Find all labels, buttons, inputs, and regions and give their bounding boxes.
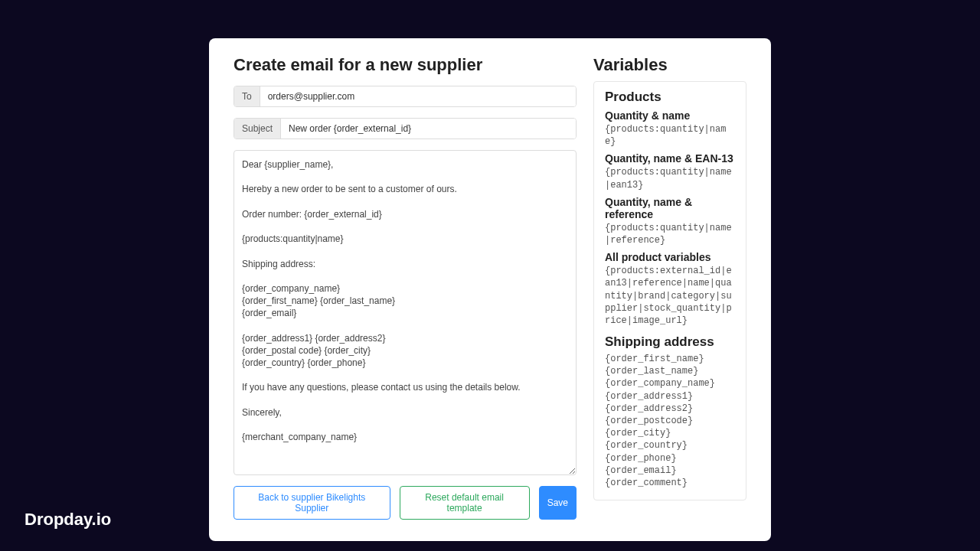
form-column: Create email for a new supplier To Subje… — [234, 55, 577, 520]
body-textarea[interactable] — [234, 150, 577, 475]
button-row: Back to supplier Bikelights Supplier Res… — [234, 486, 577, 520]
brand-logo: Dropday.io — [24, 510, 111, 530]
subject-field-row: Subject — [234, 118, 577, 139]
variables-panel: Products Quantity & name {products:quant… — [593, 81, 746, 500]
qne-label: Quantity, name & EAN-13 — [605, 152, 735, 165]
products-heading: Products — [605, 90, 735, 105]
page-title: Create email for a new supplier — [234, 55, 577, 75]
variables-column: Variables Products Quantity & name {prod… — [593, 55, 746, 520]
subject-label: Subject — [234, 119, 281, 139]
qnr-code[interactable]: {products:quantity|name|reference} — [605, 222, 735, 246]
shipping-code[interactable]: {order_first_name} {order_last_name} {or… — [605, 353, 735, 489]
to-field-row: To — [234, 86, 577, 107]
all-label: All product variables — [605, 251, 735, 263]
save-button[interactable]: Save — [539, 486, 577, 520]
all-code[interactable]: {products:external_id|ean13|reference|na… — [605, 265, 735, 327]
reset-button[interactable]: Reset default email template — [400, 486, 530, 520]
to-input[interactable] — [260, 86, 576, 106]
qnr-label: Quantity, name & reference — [605, 196, 735, 220]
variables-title: Variables — [593, 55, 746, 75]
qn-code[interactable]: {products:quantity|name} — [605, 123, 735, 148]
qn-label: Quantity & name — [605, 109, 735, 122]
to-label: To — [234, 86, 260, 106]
back-button[interactable]: Back to supplier Bikelights Supplier — [234, 486, 390, 520]
subject-input[interactable] — [281, 119, 576, 139]
qne-code[interactable]: {products:quantity|name|ean13} — [605, 166, 735, 191]
shipping-heading: Shipping address — [605, 334, 735, 350]
email-template-card: Create email for a new supplier To Subje… — [209, 38, 771, 541]
